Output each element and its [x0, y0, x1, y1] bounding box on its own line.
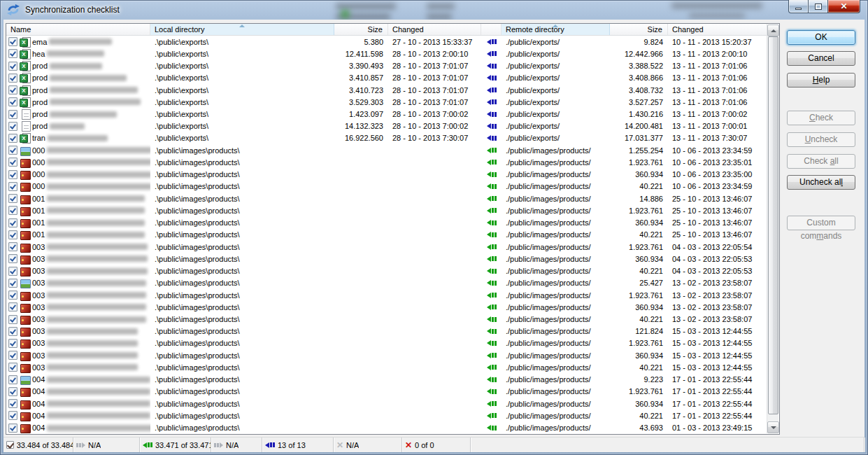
- row-checkbox[interactable]: [8, 254, 17, 263]
- row-checkbox[interactable]: [8, 146, 17, 155]
- list-header[interactable]: NameLocal directorySizeChangedRemote dir…: [6, 24, 767, 36]
- row-checkbox[interactable]: [8, 230, 17, 239]
- table-row[interactable]: 003.\public\images\products\./public/ima…: [6, 253, 767, 265]
- remote-directory-cell: ./public/images/products/: [501, 204, 610, 216]
- row-checkbox[interactable]: [8, 242, 17, 251]
- row-checkbox[interactable]: [8, 62, 17, 71]
- table-row[interactable]: 004.\public\images\products\./public/ima…: [6, 386, 767, 398]
- column-header-changed[interactable]: Changed: [668, 24, 767, 35]
- file-name-prefix: 004: [32, 387, 45, 396]
- row-checkbox[interactable]: [8, 424, 17, 433]
- checkmark-icon: [10, 412, 16, 419]
- row-checkbox[interactable]: [8, 363, 17, 372]
- row-checkbox[interactable]: [8, 182, 17, 191]
- table-row[interactable]: 003.\public\images\products\./public/ima…: [6, 301, 767, 313]
- table-row[interactable]: ema.\public\exports\5.38027 - 10 - 2013 …: [6, 36, 767, 48]
- column-header-direction[interactable]: [481, 24, 501, 35]
- table-row[interactable]: prod.\public\exports\3.390.49328 - 10 - …: [6, 59, 767, 71]
- row-checkbox[interactable]: [8, 158, 17, 167]
- help-button[interactable]: Help: [787, 73, 855, 88]
- table-row[interactable]: 000.\public\images\products\./public/ima…: [6, 144, 767, 156]
- column-header-changed[interactable]: Changed: [388, 24, 481, 35]
- table-row[interactable]: prod.\public\exports\3.529.30328 - 10 - …: [6, 96, 767, 108]
- row-checkbox[interactable]: [8, 279, 17, 288]
- scroll-down-button[interactable]: [767, 421, 779, 433]
- table-row[interactable]: 004.\public\images\products\./public/ima…: [6, 398, 767, 410]
- row-checkbox[interactable]: [8, 375, 17, 384]
- table-row[interactable]: 003.\public\images\products\./public/ima…: [6, 326, 767, 337]
- table-row[interactable]: 003.\public\images\products\./public/ima…: [6, 313, 767, 325]
- scrollbar-thumb[interactable]: [768, 36, 778, 414]
- row-checkbox[interactable]: [8, 218, 17, 227]
- table-row[interactable]: 000.\public\images\products\./public/ima…: [6, 169, 767, 181]
- row-checkbox[interactable]: [8, 110, 17, 119]
- checkmark-icon: [10, 111, 16, 117]
- ok-button[interactable]: OK: [787, 30, 855, 45]
- table-row[interactable]: 003.\public\images\products\./public/ima…: [6, 349, 767, 361]
- table-row[interactable]: 003.\public\images\products\./public/ima…: [6, 265, 767, 276]
- table-row[interactable]: 003.\public\images\products\./public/ima…: [6, 361, 767, 373]
- remote-directory-cell: ./public/images/products/: [501, 410, 610, 421]
- uncheck-all-button[interactable]: Uncheck all: [787, 175, 855, 190]
- table-row[interactable]: 003.\public\images\products\./public/ima…: [6, 289, 767, 301]
- row-checkbox[interactable]: [8, 49, 17, 58]
- table-row[interactable]: 001.\public\images\products\./public/ima…: [6, 217, 767, 229]
- row-checkbox[interactable]: [8, 74, 17, 83]
- table-row[interactable]: 004.\public\images\products\./public/ima…: [6, 422, 767, 434]
- row-checkbox[interactable]: [8, 302, 17, 312]
- table-row[interactable]: 003.\public\images\products\./public/ima…: [6, 241, 767, 253]
- row-checkbox[interactable]: [8, 327, 17, 336]
- column-header-size[interactable]: Size: [610, 24, 668, 35]
- table-row[interactable]: prod.\public\exports\3.410.85728 - 10 - …: [6, 72, 767, 84]
- table-row[interactable]: hea.\public\exports\12.411.59828 - 10 - …: [6, 48, 767, 59]
- row-checkbox[interactable]: [8, 290, 17, 300]
- table-row[interactable]: 001.\public\images\products\./public/ima…: [6, 192, 767, 204]
- column-header-name[interactable]: Name: [6, 24, 150, 35]
- row-checkbox[interactable]: [8, 97, 17, 106]
- column-header-local-directory[interactable]: Local directory: [150, 24, 334, 35]
- maximize-button[interactable]: [809, 0, 827, 13]
- table-row[interactable]: 001.\public\images\products\./public/ima…: [6, 229, 767, 241]
- table-row[interactable]: 003.\public\images\products\./public/ima…: [6, 277, 767, 289]
- table-row[interactable]: 000.\public\images\products\./public/ima…: [6, 156, 767, 168]
- table-row[interactable]: 004.\public\images\products\./public/ima…: [6, 374, 767, 386]
- table-row[interactable]: 001.\public\images\products\./public/ima…: [6, 204, 767, 216]
- close-button[interactable]: ✕: [827, 0, 860, 13]
- scroll-up-button[interactable]: [767, 24, 779, 36]
- row-checkbox[interactable]: [8, 170, 17, 179]
- row-checkbox[interactable]: [8, 351, 17, 360]
- title-bar[interactable]: Synchronization checklist ✕: [0, 0, 868, 20]
- column-header-size[interactable]: Size: [334, 24, 388, 35]
- sync-file-list[interactable]: NameLocal directorySizeChangedRemote dir…: [6, 23, 780, 435]
- row-checkbox[interactable]: [8, 194, 17, 203]
- row-checkbox[interactable]: [8, 387, 17, 396]
- vertical-scrollbar[interactable]: [767, 24, 778, 433]
- direction-cell: [481, 169, 501, 181]
- row-checkbox[interactable]: [8, 315, 17, 324]
- table-row[interactable]: prod.\public\exports\3.410.72328 - 10 - …: [6, 84, 767, 96]
- column-header-remote-directory[interactable]: Remote directory: [501, 24, 610, 35]
- row-checkbox[interactable]: [8, 134, 17, 143]
- remote-changed-cell: 25 - 10 - 2013 13:46:07: [668, 217, 767, 229]
- table-row[interactable]: 000.\public\images\products\./public/ima…: [6, 181, 767, 192]
- row-checkbox[interactable]: [8, 85, 17, 94]
- row-checkbox[interactable]: [8, 206, 17, 215]
- row-checkbox[interactable]: [8, 411, 17, 420]
- table-row[interactable]: prod.\public\exports\14.132.32328 - 10 -…: [6, 120, 767, 132]
- table-row[interactable]: tran.\public\exports\16.922.56028 - 10 -…: [6, 132, 767, 144]
- local-directory-cell: .\public\exports\: [150, 120, 334, 132]
- local-changed-cell: [388, 410, 481, 421]
- table-row[interactable]: 003.\public\images\products\./public/ima…: [6, 337, 767, 349]
- row-checkbox[interactable]: [8, 37, 17, 46]
- row-checkbox[interactable]: [8, 122, 17, 131]
- minimize-button[interactable]: [788, 0, 809, 13]
- row-checkbox[interactable]: [8, 399, 17, 408]
- redacted-file-name: [47, 388, 150, 395]
- table-row[interactable]: prod.\public\exports\1.423.09728 - 10 - …: [6, 108, 767, 120]
- cancel-button[interactable]: Cancel: [787, 51, 855, 66]
- table-row[interactable]: 004.\public\images\products\./public/ima…: [6, 410, 767, 421]
- row-checkbox[interactable]: [8, 267, 17, 276]
- row-checkbox[interactable]: [8, 339, 17, 348]
- file-name-prefix: 004: [32, 412, 45, 420]
- name-cell: tran: [6, 132, 150, 144]
